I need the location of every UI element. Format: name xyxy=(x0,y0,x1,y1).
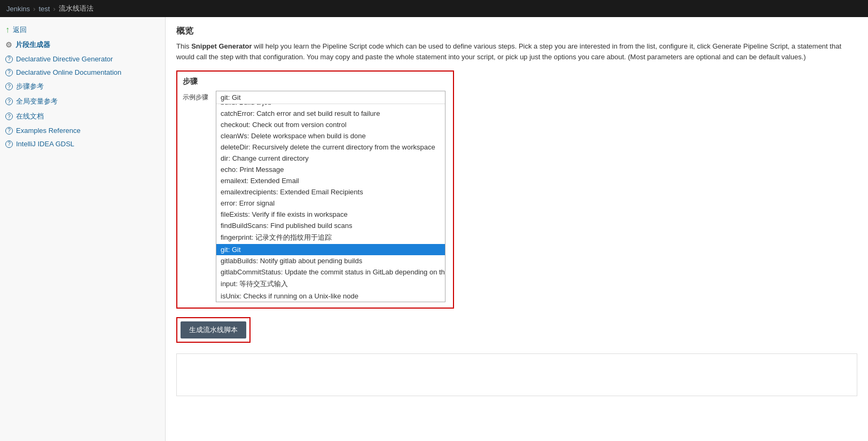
sidebar-item-online-docs[interactable]: ? 在线文档 xyxy=(0,109,165,124)
generate-box: 生成流水线脚本 xyxy=(176,317,251,343)
breadcrumb-current: 流水线语法 xyxy=(59,4,93,13)
sidebar-item-declarative-directive[interactable]: ? Declarative Directive Generator xyxy=(0,52,165,66)
sidebar-item-label-online: 在线文档 xyxy=(16,112,44,121)
sidebar-item-label-steps: 步骤参考 xyxy=(16,82,44,91)
sidebar-item-snippet-generator[interactable]: ⚙ 片段生成器 xyxy=(0,37,165,52)
sidebar-item-label-back: 返回 xyxy=(13,25,27,35)
question-icon-6: ? xyxy=(5,127,13,135)
select-item[interactable]: isUnix: Checks if running on a Unix-like… xyxy=(216,290,445,302)
sidebar-item-label-directive: Declarative Directive Generator xyxy=(16,55,113,63)
select-item[interactable]: catchError: Catch error and set build re… xyxy=(216,108,445,119)
overview-text: This Snippet Generator will help you lea… xyxy=(176,41,857,62)
select-top-item[interactable]: git: Git xyxy=(216,91,445,104)
overview-bold: Snippet Generator xyxy=(191,42,252,50)
back-arrow-icon: ↑ xyxy=(5,25,10,35)
output-area xyxy=(176,353,857,396)
breadcrumb: Jenkins › test › 流水线语法 xyxy=(6,4,93,13)
breadcrumb-sep2: › xyxy=(53,5,55,13)
select-item[interactable]: gitlabCommitStatus: Update the commit st… xyxy=(216,266,445,278)
sidebar-item-back[interactable]: ↑ 返回 xyxy=(0,22,165,37)
question-icon-1: ? xyxy=(5,56,13,63)
steps-select[interactable]: git: Git acceptGitLabMR: Accept GitLab M… xyxy=(216,91,445,302)
page-layout: ↑ 返回 ⚙ 片段生成器 ? Declarative Directive Gen… xyxy=(0,17,868,441)
sidebar-item-steps-ref[interactable]: ? 步骤参考 xyxy=(0,79,165,94)
question-icon-7: ? xyxy=(5,140,13,148)
select-item[interactable]: deleteDir: Recursively delete the curren… xyxy=(216,141,445,153)
sidebar-item-examples-ref[interactable]: ? Examples Reference xyxy=(0,124,165,137)
steps-title: 步骤 xyxy=(183,77,448,86)
select-item[interactable]: findBuildScans: Find published build sca… xyxy=(216,220,445,231)
steps-row: 示例步骤 git: Git acceptGitLabMR: Accept Git… xyxy=(183,91,448,302)
question-icon-4: ? xyxy=(5,98,13,105)
main-content: 概览 This Snippet Generator will help you … xyxy=(166,17,868,441)
sidebar-item-global-vars[interactable]: ? 全局变量参考 xyxy=(0,94,165,109)
sidebar-item-declarative-docs[interactable]: ? Declarative Online Documentation xyxy=(0,66,165,79)
select-item[interactable]: dir: Change current directory xyxy=(216,153,445,164)
select-item[interactable]: emailext: Extended Email xyxy=(216,175,445,186)
steps-dropdown-wrapper: git: Git acceptGitLabMR: Accept GitLab M… xyxy=(216,91,445,302)
select-item[interactable]: echo: Print Message xyxy=(216,164,445,175)
select-list[interactable]: acceptGitLabMR: Accept GitLab Merge Requ… xyxy=(216,104,445,302)
select-item[interactable]: error: Error signal xyxy=(216,198,445,209)
breadcrumb-jenkins[interactable]: Jenkins xyxy=(6,5,30,13)
sidebar-item-label-docs: Declarative Online Documentation xyxy=(16,68,121,76)
steps-example-label: 示例步骤 xyxy=(183,91,208,102)
breadcrumb-sep1: › xyxy=(33,5,35,13)
overview-post: will help you learn the Pipeline Script … xyxy=(176,42,841,61)
question-icon-5: ? xyxy=(5,113,13,120)
question-icon-3: ? xyxy=(5,83,13,90)
select-item[interactable]: gitlabBuilds: Notify gitlab about pendin… xyxy=(216,255,445,266)
breadcrumb-test[interactable]: test xyxy=(38,5,50,13)
sidebar-item-label-examples: Examples Reference xyxy=(16,127,81,135)
sidebar-item-label-intellij: IntelliJ IDEA GDSL xyxy=(16,140,74,148)
overview-pre: This xyxy=(176,42,191,50)
sidebar-item-intellij[interactable]: ? IntelliJ IDEA GDSL xyxy=(0,137,165,151)
overview-title: 概览 xyxy=(176,26,857,37)
select-item[interactable]: cleanWs: Delete workspace when build is … xyxy=(216,130,445,141)
select-item[interactable]: emailextrecipients: Extended Email Recip… xyxy=(216,186,445,198)
select-item[interactable]: input: 等待交互式输入 xyxy=(216,278,445,290)
generate-pipeline-button[interactable]: 生成流水线脚本 xyxy=(181,321,246,338)
select-item[interactable]: fileExists: Verify if file exists in wor… xyxy=(216,209,445,220)
select-item[interactable]: git: Git xyxy=(216,244,445,255)
select-item[interactable]: checkout: Check out from version control xyxy=(216,119,445,130)
sidebar-item-label-snippet: 片段生成器 xyxy=(15,40,50,50)
sidebar: ↑ 返回 ⚙ 片段生成器 ? Declarative Directive Gen… xyxy=(0,17,166,441)
steps-box: 步骤 示例步骤 git: Git acceptGitLabMR: Accept … xyxy=(176,70,454,309)
select-item[interactable]: build: Build a job xyxy=(216,104,445,108)
select-item[interactable]: fingerprint: 记录文件的指纹用于追踪 xyxy=(216,231,445,244)
gear-icon: ⚙ xyxy=(5,41,12,49)
topbar: Jenkins › test › 流水线语法 xyxy=(0,0,868,17)
sidebar-item-label-global: 全局变量参考 xyxy=(16,97,58,106)
question-icon-2: ? xyxy=(5,69,13,76)
